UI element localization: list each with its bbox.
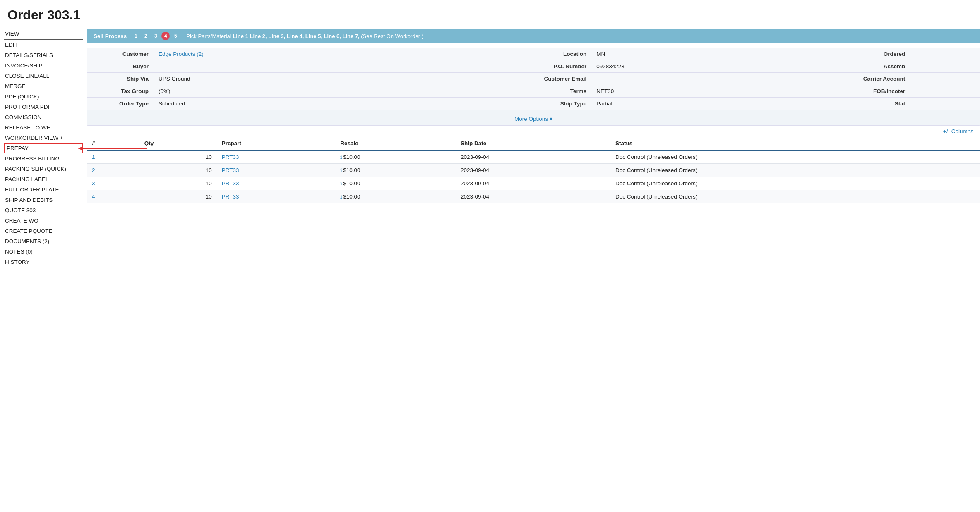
page-title: Order 303.1 — [0, 7, 980, 29]
ship-via-label: Ship Via — [87, 73, 154, 85]
step-1[interactable]: 1 — [132, 32, 140, 40]
sidebar-item-edit[interactable]: EDIT — [4, 40, 83, 50]
info-icon[interactable]: ℹ — [340, 181, 342, 187]
ordered-label: Ordered — [856, 48, 910, 60]
more-options-button[interactable]: More Options ▾ — [87, 112, 980, 125]
customer-value: Edge Products (2) — [154, 48, 538, 60]
row-prcpart: PRT33 — [217, 190, 336, 203]
sidebar-item-invoice-ship[interactable]: INVOICE/SHIP — [4, 60, 83, 71]
sidebar-item-details-serials[interactable]: DETAILS/SERIALS — [4, 50, 83, 60]
sidebar-item-create-pquote[interactable]: CREATE PQUOTE — [4, 226, 83, 236]
order-info-row-tax: Tax Group (0%) Terms NET30 FOB/Incoter — [87, 85, 980, 98]
row-qty: 10 — [139, 190, 217, 203]
row-num-link[interactable]: 2 — [92, 167, 95, 173]
sidebar-item-notes-0[interactable]: NOTES (0) — [4, 246, 83, 257]
step-5[interactable]: 5 — [171, 32, 180, 40]
info-icon[interactable]: ℹ — [340, 154, 342, 160]
customer-email-label: Customer Email — [538, 73, 591, 85]
location-label: Location — [538, 48, 591, 60]
row-num-link[interactable]: 1 — [92, 154, 95, 160]
tax-group-value: (0%) — [154, 85, 538, 98]
row-prcpart-link[interactable]: PRT33 — [222, 180, 239, 187]
ship-via-value: UPS Ground — [154, 73, 538, 85]
row-num: 2 — [87, 164, 139, 177]
order-lines-table: #QtyPrcpartResaleShip DateStatus 110PRT3… — [87, 137, 980, 203]
assembly-value — [910, 60, 980, 73]
order-lines-thead: #QtyPrcpartResaleShip DateStatus — [87, 137, 980, 150]
sidebar-item-packing-label[interactable]: PACKING LABEL — [4, 174, 83, 184]
row-prcpart: PRT33 — [217, 177, 336, 190]
row-prcpart-link[interactable]: PRT33 — [222, 167, 239, 173]
ship-type-value: Partial — [591, 98, 856, 110]
order-info-row-order-type: Order Type Scheduled Ship Type Partial S… — [87, 98, 980, 110]
sidebar-item-full-order-plate[interactable]: FULL ORDER PLATE — [4, 184, 83, 195]
sidebar-item-packing-slip-quick[interactable]: PACKING SLIP (QUICK) — [4, 164, 83, 174]
sell-process-label: Sell Process — [94, 33, 127, 39]
ordered-value — [910, 48, 980, 60]
table-row: 110PRT33ℹ$10.002023-09-04Doc Control (Un… — [87, 150, 980, 164]
po-number-value: 092834223 — [591, 60, 856, 73]
fob-value — [910, 85, 980, 98]
status-info-label: Stat — [856, 98, 910, 110]
row-prcpart: PRT33 — [217, 164, 336, 177]
row-status: Doc Control (Unreleased Orders) — [610, 177, 980, 190]
customer-link[interactable]: Edge Products (2) — [159, 51, 204, 57]
sidebar-item-history[interactable]: HISTORY — [4, 257, 83, 267]
sidebar-item-pro-forma-pdf[interactable]: PRO FORMA PDF — [4, 102, 83, 112]
fob-label: FOB/Incoter — [856, 85, 910, 98]
table-row: 210PRT33ℹ$10.002023-09-04Doc Control (Un… — [87, 164, 980, 177]
sidebar-item-view[interactable]: VIEW — [4, 29, 83, 40]
sell-process-banner: Sell Process 12345 Pick Parts/Material L… — [87, 29, 980, 43]
workorder-strikethrough: Workorder — [395, 33, 420, 39]
info-icon[interactable]: ℹ — [340, 167, 342, 173]
order-info-wrapper: Customer Edge Products (2) Location MN O… — [87, 48, 980, 126]
tax-group-label: Tax Group — [87, 85, 154, 98]
row-prcpart-link[interactable]: PRT33 — [222, 154, 239, 160]
row-status: Doc Control (Unreleased Orders) — [610, 190, 980, 203]
step-3[interactable]: 3 — [151, 32, 160, 40]
sidebar-item-merge[interactable]: MERGE — [4, 81, 83, 91]
table-row: 310PRT33ℹ$10.002023-09-04Doc Control (Un… — [87, 177, 980, 190]
header-status: Status — [610, 137, 980, 150]
columns-control-button[interactable]: +/- Columns — [87, 126, 980, 137]
sidebar-item-quote-303[interactable]: QUOTE 303 — [4, 205, 83, 215]
row-resale: ℹ$10.00 — [335, 177, 456, 190]
sidebar-item-pdf-quick[interactable]: PDF (QUICK) — [4, 91, 83, 102]
more-options-icon: ▾ — [550, 116, 552, 122]
row-ship-date: 2023-09-04 — [456, 164, 610, 177]
row-num: 3 — [87, 177, 139, 190]
info-icon[interactable]: ℹ — [340, 194, 342, 200]
carrier-account-value — [910, 73, 980, 85]
terms-label: Terms — [538, 85, 591, 98]
main-layout: VIEWEDITDETAILS/SERIALSINVOICE/SHIPCLOSE… — [0, 29, 980, 267]
row-qty: 10 — [139, 164, 217, 177]
page-wrapper: Order 303.1 VIEWEDITDETAILS/SERIALSINVOI… — [0, 0, 980, 267]
row-resale: ℹ$10.00 — [335, 150, 456, 164]
lines-bold: Line 1 Line 2, Line 3, Line 4, Line 5, L… — [233, 33, 359, 39]
sidebar-item-commission[interactable]: COMMISSION — [4, 112, 83, 122]
sidebar-item-release-to-wh[interactable]: RELEASE TO WH — [4, 122, 83, 133]
sidebar-item-prepay[interactable]: PREPAY — [4, 143, 83, 153]
row-status: Doc Control (Unreleased Orders) — [610, 150, 980, 164]
terms-value: NET30 — [591, 85, 856, 98]
row-num-link[interactable]: 3 — [92, 180, 95, 187]
row-prcpart-link[interactable]: PRT33 — [222, 194, 239, 200]
order-type-value: Scheduled — [154, 98, 538, 110]
pick-parts-text: Pick Parts/Material — [186, 33, 231, 39]
sidebar-item-ship-and-debits[interactable]: SHIP AND DEBITS — [4, 195, 83, 205]
sidebar-item-documents-2[interactable]: DOCUMENTS (2) — [4, 236, 83, 246]
row-qty: 10 — [139, 177, 217, 190]
sidebar-item-progress-billing[interactable]: PROGRESS BILLING — [4, 153, 83, 164]
row-num-link[interactable]: 4 — [92, 194, 95, 200]
step-4[interactable]: 4 — [161, 32, 170, 40]
row-status: Doc Control (Unreleased Orders) — [610, 164, 980, 177]
table-body: 110PRT33ℹ$10.002023-09-04Doc Control (Un… — [87, 150, 980, 203]
sidebar-item-workorder-view[interactable]: WORKORDER VIEW + — [4, 133, 83, 143]
po-number-label: P.O. Number — [538, 60, 591, 73]
step-2[interactable]: 2 — [142, 32, 150, 40]
header-resale: Resale — [335, 137, 456, 150]
sidebar-item-create-wo[interactable]: CREATE WO — [4, 215, 83, 226]
table-row: 410PRT33ℹ$10.002023-09-04Doc Control (Un… — [87, 190, 980, 203]
header-prcpart: Prcpart — [217, 137, 336, 150]
sidebar-item-close-line-all[interactable]: CLOSE LINE/ALL — [4, 71, 83, 81]
